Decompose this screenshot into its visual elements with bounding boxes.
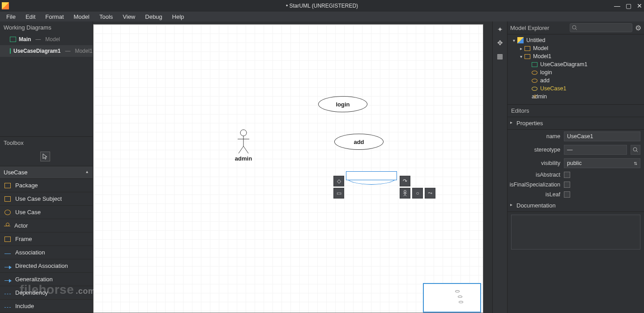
menu-model[interactable]: Model: [69, 13, 94, 21]
isleaf-checkbox[interactable]: [564, 191, 570, 198]
tree-root[interactable]: ▾Untitled: [508, 36, 644, 44]
quick-btn-usecase[interactable]: ○: [412, 188, 423, 199]
usecase-icon: [532, 79, 537, 83]
svg-point-5: [404, 190, 406, 193]
actor-icon: ☥: [532, 93, 538, 100]
quick-btn-actor[interactable]: [400, 188, 410, 199]
usecase-label: add: [354, 139, 364, 145]
chevron-updown-icon: ⇅: [634, 161, 637, 166]
toolbox-group-usecase[interactable]: UseCase: [0, 166, 93, 179]
svg-line-11: [576, 29, 577, 30]
diagram-icon: [10, 48, 11, 54]
line-icon: [4, 254, 11, 254]
isabstract-checkbox[interactable]: [564, 172, 570, 178]
toolbox-title: Toolbox: [0, 136, 93, 149]
diagram-icon: [532, 62, 537, 67]
tree-login[interactable]: login: [508, 68, 644, 76]
tree-add[interactable]: add: [508, 76, 644, 85]
ellipse-icon: [4, 210, 11, 215]
arrow-icon: [4, 267, 11, 267]
actor-icon: [4, 223, 10, 229]
model-tree: ▾Untitled ▸Model ▾Model1 UseCaseDiagram1…: [508, 34, 644, 104]
quick-btn-extend[interactable]: ⤳: [425, 188, 435, 199]
editors-title: Editors: [508, 104, 644, 117]
tree-admin[interactable]: ☥admin: [508, 93, 644, 101]
grid-icon[interactable]: ▦: [495, 51, 505, 62]
quick-btn-right[interactable]: ↷: [400, 176, 410, 186]
svg-point-0: [240, 130, 247, 136]
rect-icon: [4, 196, 11, 202]
usecase-login[interactable]: login: [318, 96, 367, 112]
diagram-canvas[interactable]: login add admin: [93, 24, 483, 313]
stereotype-search-button[interactable]: [631, 145, 640, 155]
menu-edit[interactable]: Edit: [21, 13, 40, 21]
tool-include[interactable]: Include: [0, 300, 93, 313]
menu-format[interactable]: Format: [41, 13, 68, 21]
tree-model[interactable]: ▸Model: [508, 44, 644, 52]
close-button[interactable]: ✕: [637, 2, 642, 9]
canvas-area: login add admin: [93, 21, 492, 313]
maximize-button[interactable]: ▢: [626, 2, 631, 9]
quick-btn-left[interactable]: ◇: [333, 176, 344, 186]
tree-usecasediagram1[interactable]: UseCaseDiagram1: [508, 60, 644, 68]
usecase-label: login: [336, 101, 350, 108]
menu-debug[interactable]: Debug: [141, 13, 166, 21]
menu-tools[interactable]: Tools: [95, 13, 117, 21]
tool-package[interactable]: Package: [0, 179, 93, 192]
menu-view[interactable]: View: [118, 13, 140, 21]
model-explorer-title: Model Explorer: [510, 25, 549, 31]
tool-dependency[interactable]: Dependency: [0, 286, 93, 300]
search-icon: [633, 147, 638, 152]
menu-help[interactable]: Help: [168, 13, 189, 21]
package-icon: [525, 54, 530, 59]
tool-generalization[interactable]: Generalization: [0, 273, 93, 286]
minimize-button[interactable]: —: [614, 2, 620, 9]
gear-icon[interactable]: ⚙: [635, 24, 641, 32]
diagram-item-main[interactable]: Main — Model: [0, 34, 93, 45]
diagram-name: Main: [19, 36, 31, 42]
navigator-icon[interactable]: ✥: [495, 38, 505, 48]
cursor-icon: [43, 153, 48, 160]
svg-line-9: [405, 195, 406, 196]
package-icon: [4, 183, 11, 188]
actor-admin[interactable]: admin: [232, 129, 255, 162]
name-input[interactable]: UseCase1: [564, 131, 640, 141]
app-icon: [2, 2, 9, 9]
tree-model1[interactable]: ▾Model1: [508, 52, 644, 60]
stick-figure-icon: [237, 129, 250, 154]
tool-directed-association[interactable]: Directed Association: [0, 259, 93, 273]
extension-icon[interactable]: ✦: [495, 24, 505, 35]
diagram-icon: [10, 37, 16, 42]
dashed-line-icon: [4, 294, 11, 294]
diagram-item-usecasediagram1[interactable]: UseCaseDiagram1 — Model1: [0, 45, 93, 57]
tool-frame[interactable]: Frame: [0, 233, 93, 246]
menubar: File Edit Format Model Tools View Debug …: [0, 12, 644, 21]
usecase-name-input[interactable]: [346, 171, 397, 180]
select-tool[interactable]: [40, 152, 50, 161]
tool-actor[interactable]: Actor: [0, 219, 93, 233]
working-diagrams-title: Working Diagrams: [0, 21, 93, 34]
properties-section[interactable]: Properties: [508, 117, 644, 130]
documentation-section[interactable]: Documentation: [508, 199, 644, 212]
tool-association[interactable]: Association: [0, 246, 93, 259]
prop-isfinalspecialization: isFinalSpecialization: [508, 180, 644, 190]
menu-file[interactable]: File: [2, 13, 20, 21]
right-sidebar: Model Explorer ⚙ ▾Untitled ▸Model ▾Model…: [508, 21, 644, 313]
tool-usecase-subject[interactable]: Use Case Subject: [0, 192, 93, 206]
documentation-textarea[interactable]: [511, 215, 640, 250]
diagram-scope: Model: [45, 36, 60, 42]
visibility-select[interactable]: public⇅: [564, 158, 640, 168]
prop-isleaf: isLeaf: [508, 190, 644, 199]
tree-usecase1-selected[interactable]: UseCase1: [508, 85, 644, 93]
model-explorer-search[interactable]: [570, 23, 632, 32]
right-toolbar: ✦ ✥ ▦: [492, 21, 508, 313]
stereotype-input[interactable]: —: [564, 145, 627, 155]
usecase-icon: [532, 87, 537, 91]
tool-usecase[interactable]: Use Case: [0, 206, 93, 219]
quick-btn-subelement[interactable]: ▭: [333, 188, 344, 199]
isfinalspecialization-checkbox[interactable]: [564, 182, 570, 188]
window-title: • StarUML (UNREGISTERED): [286, 3, 358, 9]
usecase-add[interactable]: add: [334, 134, 384, 150]
svg-point-12: [633, 148, 637, 151]
minimap[interactable]: [423, 283, 481, 313]
